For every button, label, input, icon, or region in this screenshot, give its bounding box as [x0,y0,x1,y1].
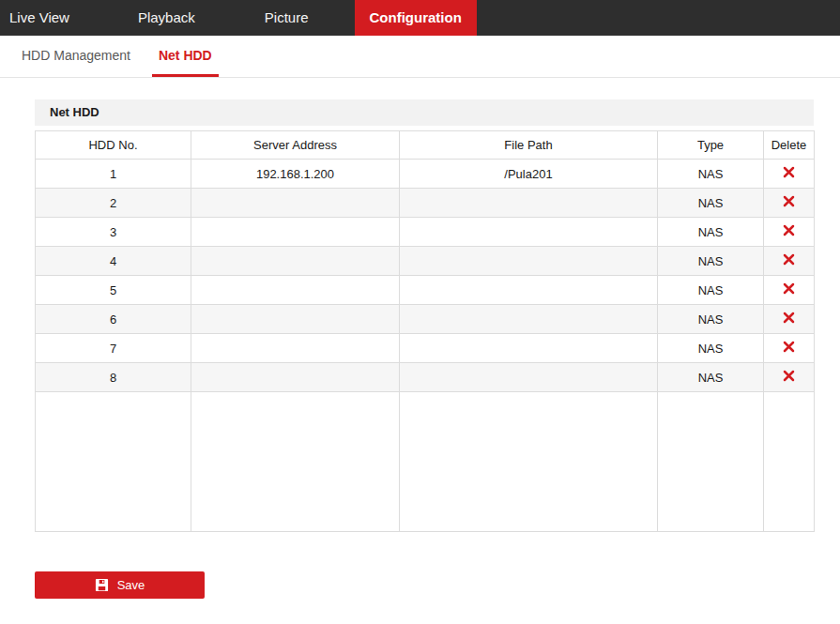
cell-file-path [400,305,658,334]
col-header-file-path: File Path [400,131,658,160]
cell-delete [764,189,815,218]
col-header-delete: Delete [764,131,815,160]
cell-file-path [400,276,658,305]
page: Live View Playback Picture Configuration… [0,0,840,624]
cell-file-path [400,247,658,276]
cell-file-path [400,189,658,218]
cell-delete [764,334,815,363]
cell-delete [764,218,815,247]
col-header-hdd-no: HDD No. [36,131,191,160]
cell-type: NAS [658,334,764,363]
table-row: 3 NAS [36,218,815,247]
tab-net-hdd[interactable]: Net HDD [152,37,219,77]
table-header: HDD No. Server Address File Path Type De… [36,131,815,160]
x-mark-icon[interactable] [783,195,795,207]
save-button[interactable]: Save [35,571,205,599]
filler-cell [764,392,815,532]
cell-hdd-no: 8 [36,363,191,392]
x-mark-icon[interactable] [783,253,795,266]
net-hdd-table-body: 1 192.168.1.200 /Pula201 NAS 2 NAS 3 [36,160,815,392]
x-mark-icon[interactable] [783,341,795,353]
cell-hdd-no: 1 [36,160,191,189]
table-row: 4 NAS [36,247,815,276]
cell-type: NAS [658,363,764,392]
cell-server-address [191,276,400,305]
cell-file-path [400,218,658,247]
cell-file-path: /Pula201 [400,160,658,189]
cell-server-address [191,247,400,276]
x-mark-icon[interactable] [783,282,795,295]
table-row: 8 NAS [36,363,815,392]
x-mark-icon[interactable] [783,312,795,324]
nav-picture[interactable]: Picture [265,0,309,36]
cell-file-path [400,363,658,392]
table-row: 1 192.168.1.200 /Pula201 NAS [36,160,815,189]
save-button-label: Save [117,578,145,592]
cell-hdd-no: 4 [36,247,191,276]
cell-delete [764,160,815,189]
cell-hdd-no: 5 [36,276,191,305]
cell-server-address [191,305,400,334]
cell-type: NAS [658,218,764,247]
col-header-type: Type [658,131,764,160]
cell-delete [764,276,815,305]
sub-nav: HDD Management Net HDD [0,36,840,78]
cell-type: NAS [658,247,764,276]
table-row: 5 NAS [36,276,815,305]
cell-server-address [191,189,400,218]
x-mark-icon[interactable] [783,370,795,382]
cell-server-address: 192.168.1.200 [191,160,400,189]
col-header-server-address: Server Address [191,131,400,160]
cell-delete [764,247,815,276]
table-filler [36,392,815,532]
panel-title: Net HDD [35,99,814,126]
content: Net HDD HDD No. Server Address File Path… [0,78,840,599]
cell-delete [764,363,815,392]
cell-file-path [400,334,658,363]
net-hdd-panel: Net HDD HDD No. Server Address File Path… [35,99,814,532]
cell-type: NAS [658,276,764,305]
cell-hdd-no: 7 [36,334,191,363]
net-hdd-table: HDD No. Server Address File Path Type De… [35,130,815,532]
cell-hdd-no: 2 [36,189,191,218]
floppy-disk-icon [95,578,109,592]
table-row: 7 NAS [36,334,815,363]
cell-server-address [191,218,400,247]
cell-type: NAS [658,189,764,218]
filler-cell [400,392,658,532]
cell-type: NAS [658,305,764,334]
x-mark-icon[interactable] [783,224,795,236]
cell-hdd-no: 3 [36,218,191,247]
filler-cell [36,392,191,532]
filler-row [36,392,815,532]
filler-cell [191,392,400,532]
nav-live-view[interactable]: Live View [9,0,69,36]
top-nav: Live View Playback Picture Configuration [0,0,840,36]
tab-hdd-management[interactable]: HDD Management [15,37,137,77]
cell-delete [764,305,815,334]
x-mark-icon[interactable] [783,166,795,178]
filler-cell [658,392,764,532]
cell-server-address [191,334,400,363]
table-row: 6 NAS [36,305,815,334]
cell-type: NAS [658,160,764,189]
table-row: 2 NAS [36,189,815,218]
nav-playback[interactable]: Playback [138,0,195,36]
cell-hdd-no: 6 [36,305,191,334]
cell-server-address [191,363,400,392]
nav-configuration[interactable]: Configuration [355,0,477,36]
